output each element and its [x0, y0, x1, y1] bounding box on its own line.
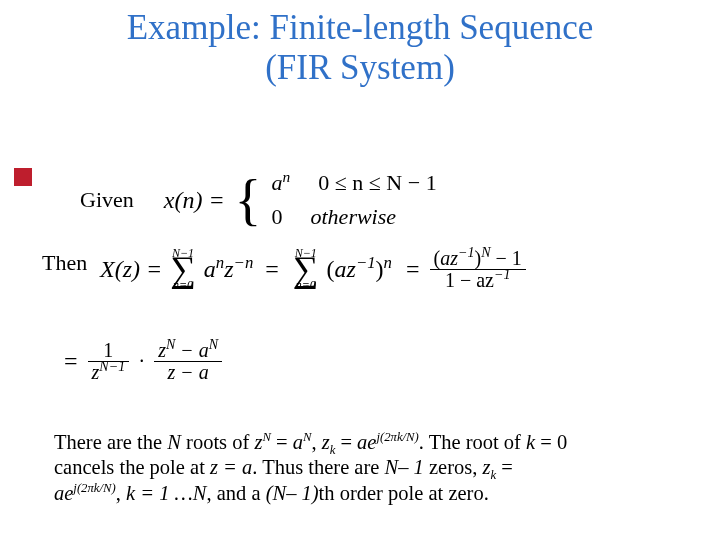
frac-2: zN − aN z − a	[154, 340, 222, 383]
case1-cond: 0 ≤ n ≤ N − 1	[318, 170, 436, 196]
eq-sign-3: =	[64, 348, 78, 375]
piecewise-cases: an 0 ≤ n ≤ N − 1 0 otherwise	[272, 170, 437, 230]
cdot: ·	[139, 350, 144, 373]
open-brace: {	[235, 175, 262, 225]
slide-title: Example: Finite-length Sequence (FIR Sys…	[0, 0, 720, 93]
Xz: X(z) =	[100, 256, 162, 283]
equation-line-1: X(z) = N−1 ∑ n=0 anz−n = N−1 ∑ n=0 (az−1…	[100, 248, 526, 291]
case-1: an 0 ≤ n ≤ N − 1	[272, 170, 437, 196]
equation-line-2: = 1 zN−1 · zN − aN z − a	[64, 340, 222, 383]
given-equation: x(n) = { an 0 ≤ n ≤ N − 1 0 otherwise	[164, 170, 437, 230]
term-az-n: (az−1)n	[327, 256, 392, 283]
title-line-2: (FIR System)	[265, 48, 455, 87]
given-lhs: x(n) =	[164, 187, 225, 214]
case-2: 0 otherwise	[272, 204, 437, 230]
given-row: Given x(n) = { an 0 ≤ n ≤ N − 1 0 otherw…	[80, 170, 437, 230]
rhs-fraction: (az−1)N − 1 1 − az−1	[430, 248, 526, 291]
bullet-accent	[14, 168, 32, 186]
case2-expr: 0	[272, 204, 283, 230]
frac-1: 1 zN−1	[88, 340, 130, 383]
then-label: Then	[42, 250, 87, 276]
term-an-zn: anz−n	[204, 256, 253, 283]
title-line-1: Example: Finite-length Sequence	[127, 8, 594, 47]
eq-sign-1: =	[265, 256, 279, 283]
case2-cond: otherwise	[311, 204, 397, 230]
given-label: Given	[80, 187, 134, 213]
sum-2: N−1 ∑ n=0	[293, 248, 319, 291]
case1-expr: an	[272, 170, 291, 196]
conclusion-paragraph: There are the N roots of zN = aN, zk = a…	[54, 430, 712, 506]
sum-1: N−1 ∑ n=0	[170, 248, 196, 291]
eq-sign-2: =	[406, 256, 420, 283]
